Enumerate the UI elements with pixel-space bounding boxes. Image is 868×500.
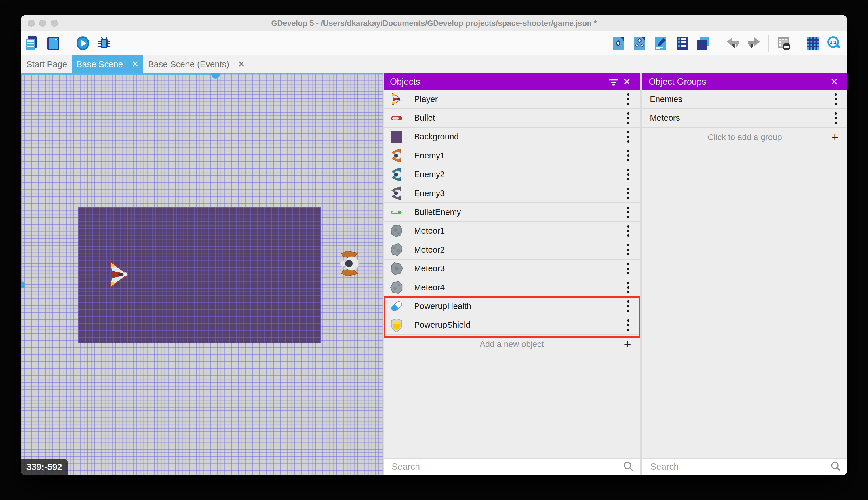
object-row[interactable]: Player — [384, 90, 640, 109]
meteor3-icon — [389, 262, 404, 276]
kebab-menu-icon[interactable] — [625, 280, 631, 295]
project-manager-icon[interactable] — [24, 34, 41, 52]
kebab-menu-icon[interactable] — [625, 205, 631, 220]
object-name: PowerupHealth — [414, 302, 471, 311]
groups-panel-title: Object Groups — [649, 77, 706, 87]
play-preview-icon[interactable] — [74, 34, 92, 52]
group-name: Enemies — [650, 94, 682, 104]
tab-base-scene[interactable]: Base Scene ✕ — [72, 55, 143, 73]
kebab-menu-icon[interactable] — [833, 111, 838, 126]
objects-list: Player Bullet Background — [384, 90, 640, 335]
objects-panel-title: Objects — [390, 77, 420, 87]
tab-base-scene-events[interactable]: Base Scene (Events) ✕ — [144, 55, 249, 73]
scene-canvas[interactable]: 339;-592 — [21, 73, 383, 475]
powerup-health-icon — [389, 299, 404, 314]
tab-start-page[interactable]: Start Page — [23, 55, 71, 73]
edit-scene-icon[interactable] — [652, 34, 669, 52]
groups-list: Enemies Meteors — [642, 90, 847, 128]
enemy2-icon — [389, 167, 404, 182]
powerup-shield-icon — [389, 318, 404, 332]
object-row[interactable]: Enemy3 — [384, 184, 640, 203]
object-name: Meteor2 — [414, 245, 445, 254]
grid-toggle-icon[interactable] — [804, 34, 821, 52]
close-panel-icon[interactable]: ✕ — [828, 75, 841, 88]
toolbar-separator — [68, 35, 69, 52]
search-icon[interactable] — [830, 461, 842, 473]
debugger-icon[interactable] — [96, 34, 113, 52]
groups-panel-header: Object Groups ✕ — [642, 73, 847, 90]
meteor2-icon — [389, 242, 404, 257]
object-name: Enemy3 — [414, 189, 445, 198]
kebab-menu-icon[interactable] — [625, 111, 631, 126]
search-icon[interactable] — [622, 461, 634, 473]
object-row[interactable]: BulletEnemy — [384, 203, 640, 221]
kebab-menu-icon[interactable] — [625, 186, 631, 201]
svg-text:1:1: 1:1 — [830, 40, 836, 45]
enemy3-icon — [389, 186, 404, 201]
kebab-menu-icon[interactable] — [833, 92, 838, 106]
add-object-button[interactable]: Add a new object + — [384, 335, 640, 354]
objects-search-bar — [384, 458, 640, 475]
scene-border-top-line — [21, 73, 215, 75]
object-groups-panel: Object Groups ✕ Enemies Meteors — [642, 73, 847, 475]
kebab-menu-icon[interactable] — [625, 148, 631, 163]
enemy-ship-sprite[interactable] — [337, 250, 360, 277]
object-name: Meteor1 — [414, 226, 445, 236]
object-row[interactable]: Meteor4 — [384, 278, 640, 297]
object-name: Meteor4 — [414, 283, 445, 292]
filter-icon[interactable] — [607, 75, 620, 88]
close-panel-icon[interactable]: ✕ — [620, 75, 633, 88]
groups-search-input[interactable] — [650, 462, 830, 472]
object-row[interactable]: Enemy2 — [384, 165, 640, 184]
instance-properties-icon[interactable] — [610, 34, 627, 52]
kebab-menu-icon[interactable] — [625, 129, 631, 144]
toolbar-separator — [798, 35, 798, 52]
object-row[interactable]: PowerupShield — [384, 316, 640, 335]
window-title: GDevelop 5 - /Users/dkarakay/Documents/G… — [21, 15, 847, 31]
objects-list-icon[interactable] — [631, 34, 648, 52]
close-tab-icon[interactable]: ✕ — [131, 60, 139, 69]
group-name: Meteors — [650, 113, 680, 123]
group-row[interactable]: Enemies — [642, 90, 847, 109]
object-name: Enemy2 — [414, 170, 445, 179]
meteor4-icon — [389, 280, 404, 295]
object-row[interactable]: Meteor3 — [384, 260, 640, 278]
kebab-menu-icon[interactable] — [625, 299, 631, 314]
close-tab-icon[interactable]: ✕ — [238, 60, 245, 69]
kebab-menu-icon[interactable] — [625, 224, 631, 238]
object-row[interactable]: Bullet — [384, 109, 640, 127]
zoom-ratio-icon[interactable]: 1:1 — [825, 34, 843, 52]
main-toolbar: 1:1 — [21, 31, 847, 55]
object-row[interactable]: Meteor2 — [384, 240, 640, 259]
kebab-menu-icon[interactable] — [625, 92, 631, 106]
layers-icon[interactable] — [695, 34, 712, 52]
instances-list-icon[interactable] — [673, 34, 691, 52]
scene-origin-marker-top[interactable] — [211, 73, 220, 79]
object-row[interactable]: Meteor1 — [384, 222, 640, 240]
kebab-menu-icon[interactable] — [625, 167, 631, 182]
mask-toggle-icon[interactable] — [775, 34, 792, 52]
object-name: Meteor3 — [414, 264, 445, 273]
objects-panel: Objects ✕ Player — [384, 73, 640, 475]
kebab-menu-icon[interactable] — [625, 242, 631, 257]
group-row[interactable]: Meteors — [642, 109, 847, 127]
object-row[interactable]: Enemy1 — [384, 146, 640, 165]
player-ship-sprite[interactable] — [108, 260, 128, 288]
cursor-coordinates: 339;-592 — [21, 459, 68, 475]
add-group-button[interactable]: Click to add a group + — [642, 128, 847, 147]
editor-content: 339;-592 Objects ✕ — [21, 73, 847, 475]
preview-window-icon[interactable] — [45, 34, 62, 52]
objects-search-input[interactable] — [391, 462, 622, 472]
groups-search-bar — [642, 458, 847, 475]
bullet-icon — [389, 111, 404, 125]
undo-icon[interactable] — [724, 34, 741, 52]
toolbar-left-group — [21, 34, 113, 52]
kebab-menu-icon[interactable] — [625, 318, 631, 333]
object-name: PowerupShield — [414, 320, 470, 330]
editor-tabbar: Start Page Base Scene ✕ Base Scene (Even… — [21, 55, 847, 73]
redo-icon[interactable] — [746, 34, 763, 52]
scene-origin-marker-left[interactable] — [21, 281, 25, 288]
kebab-menu-icon[interactable] — [625, 261, 631, 276]
object-row[interactable]: PowerupHealth — [384, 297, 640, 316]
object-row[interactable]: Background — [384, 128, 640, 146]
